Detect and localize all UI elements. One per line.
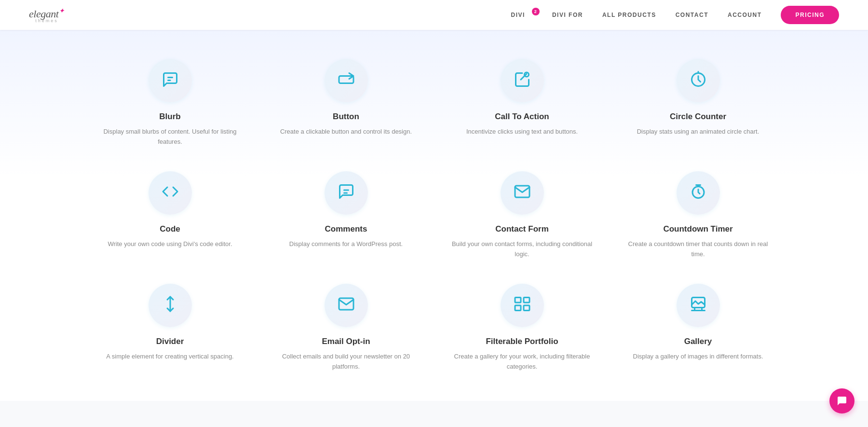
pricing-button[interactable]: PRICING: [781, 6, 839, 24]
comments-icon-wrap: [325, 171, 368, 215]
module-desc-filterable-portfolio: Create a gallery for your work, includin…: [448, 351, 596, 372]
module-card-call-to-action[interactable]: Call To Action Incentivize clicks using …: [448, 59, 596, 147]
module-card-circle-counter[interactable]: Circle Counter Display stats using an an…: [624, 59, 772, 147]
module-title-contact-form: Contact Form: [495, 224, 549, 234]
module-desc-circle-counter: Display stats using an animated circle c…: [637, 126, 760, 137]
navbar: elegant✦ themes DIVI 2 DIVI FOR ALL PROD…: [0, 0, 868, 30]
chat-icon: [836, 395, 848, 407]
circle-counter-icon: [690, 71, 707, 91]
button-icon: [338, 71, 355, 91]
email-icon-wrap: [325, 284, 368, 327]
module-desc-button: Create a clickable button and control it…: [280, 126, 412, 137]
module-title-circle-counter: Circle Counter: [670, 112, 726, 122]
code-icon-wrap: [149, 171, 192, 215]
filterable-icon-wrap: [501, 284, 544, 327]
module-card-countdown-timer[interactable]: Countdown Timer Create a countdown timer…: [624, 171, 772, 260]
module-card-filterable-portfolio[interactable]: Filterable Portfolio Create a gallery fo…: [448, 284, 596, 372]
svg-rect-14: [524, 305, 529, 311]
contact-form-icon: [514, 183, 531, 203]
button-icon-wrap: [325, 59, 368, 102]
filterable-icon: [514, 295, 531, 315]
module-desc-email-optin: Collect emails and build your newsletter…: [272, 351, 420, 372]
module-desc-blurb: Display small blurbs of content. Useful …: [96, 126, 244, 147]
module-card-contact-form[interactable]: Contact Form Build your own contact form…: [448, 171, 596, 260]
module-title-countdown-timer: Countdown Timer: [663, 224, 732, 234]
module-title-call-to-action: Call To Action: [495, 112, 549, 122]
contact-form-icon-wrap: [501, 171, 544, 215]
cta-icon-wrap: [501, 59, 544, 102]
svg-rect-12: [524, 298, 529, 303]
module-title-code: Code: [160, 224, 180, 234]
module-title-email-optin: Email Opt-in: [322, 337, 370, 346]
svg-rect-13: [515, 305, 521, 311]
nav-contact[interactable]: CONTACT: [676, 12, 708, 18]
module-desc-countdown-timer: Create a countdown timer that counts dow…: [624, 239, 772, 260]
logo[interactable]: elegant✦ themes: [29, 7, 65, 23]
module-desc-gallery: Display a gallery of images in different…: [633, 351, 763, 361]
chat-bubble-button[interactable]: [829, 388, 854, 413]
nav-divi[interactable]: DIVI 2: [511, 12, 533, 18]
gallery-icon-wrap: [677, 284, 720, 327]
module-title-filterable-portfolio: Filterable Portfolio: [486, 337, 558, 346]
countdown-icon: [690, 183, 707, 203]
nav-account[interactable]: ACCOUNT: [728, 12, 762, 18]
module-desc-call-to-action: Incentivize clicks using text and button…: [466, 126, 578, 137]
divi-badge: 2: [532, 8, 540, 15]
nav-divi-for[interactable]: DIVI FOR: [552, 12, 583, 18]
blurb-icon-wrap: [149, 59, 192, 102]
module-card-email-optin[interactable]: Email Opt-in Collect emails and build yo…: [272, 284, 420, 372]
divider-icon-wrap: [149, 284, 192, 327]
module-desc-contact-form: Build your own contact forms, including …: [448, 239, 596, 260]
module-desc-divider: A simple element for creating vertical s…: [106, 351, 233, 361]
module-title-comments: Comments: [325, 224, 367, 234]
module-card-code[interactable]: Code Write your own code using Divi's co…: [96, 171, 244, 260]
code-icon: [162, 183, 179, 203]
comments-icon: [338, 183, 355, 203]
gallery-icon: [690, 295, 707, 315]
modules-grid: Blurb Display small blurbs of content. U…: [96, 59, 772, 372]
main-content: Blurb Display small blurbs of content. U…: [0, 30, 868, 401]
nav-links: DIVI 2 DIVI FOR ALL PRODUCTS CONTACT ACC…: [511, 6, 839, 24]
cta-icon: [514, 71, 531, 91]
countdown-icon-wrap: [677, 171, 720, 215]
module-desc-comments: Display comments for a WordPress post.: [289, 239, 403, 249]
divider-icon: [162, 295, 179, 315]
nav-all-products[interactable]: ALL PRODUCTS: [602, 12, 656, 18]
circle-counter-icon-wrap: [677, 59, 720, 102]
module-title-divider: Divider: [156, 337, 184, 346]
module-title-blurb: Blurb: [159, 112, 180, 122]
module-card-gallery[interactable]: Gallery Display a gallery of images in d…: [624, 284, 772, 372]
module-title-button: Button: [333, 112, 359, 122]
svg-rect-11: [515, 298, 521, 303]
blurb-icon: [162, 71, 179, 91]
module-card-divider[interactable]: Divider A simple element for creating ve…: [96, 284, 244, 372]
module-card-blurb[interactable]: Blurb Display small blurbs of content. U…: [96, 59, 244, 147]
module-card-button[interactable]: Button Create a clickable button and con…: [272, 59, 420, 147]
email-icon: [338, 295, 355, 315]
module-card-comments[interactable]: Comments Display comments for a WordPres…: [272, 171, 420, 260]
module-title-gallery: Gallery: [684, 337, 712, 346]
module-desc-code: Write your own code using Divi's code ed…: [108, 239, 232, 249]
